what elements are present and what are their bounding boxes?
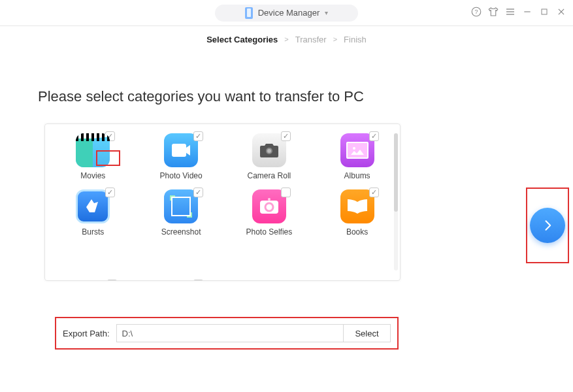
- category-bursts[interactable]: ✓ Bursts: [57, 189, 129, 237]
- shirt-icon[interactable]: [487, 5, 500, 18]
- breadcrumb-step-3: Finish: [344, 35, 367, 44]
- checkbox[interactable]: ✓: [193, 188, 203, 197]
- checkbox[interactable]: ✓: [193, 131, 203, 141]
- scrollbar-thumb[interactable]: [394, 133, 398, 212]
- category-label: Photo Video: [160, 171, 203, 180]
- menu-icon[interactable]: [504, 5, 517, 18]
- svg-point-12: [353, 147, 355, 150]
- category-panel: ✓ Movies ✓ Photo Video ✓ Camera Roll ✓ A…: [44, 123, 401, 281]
- svg-point-11: [267, 149, 271, 153]
- device-selector[interactable]: Device Manager ▾: [215, 5, 359, 22]
- category-label: Books: [346, 227, 368, 237]
- export-path-input[interactable]: [116, 324, 344, 342]
- svg-rect-6: [542, 9, 547, 14]
- export-path-row: Export Path: Select: [55, 317, 399, 350]
- category-camera-roll[interactable]: ✓ Camera Roll: [233, 133, 306, 180]
- window-controls: ?: [470, 5, 568, 18]
- help-icon[interactable]: ?: [470, 5, 483, 18]
- device-label: Device Manager: [258, 8, 320, 18]
- select-path-button[interactable]: Select: [344, 324, 391, 342]
- svg-point-15: [268, 198, 270, 201]
- category-screenshot[interactable]: ✓ Screenshot: [145, 189, 218, 237]
- chevron-down-icon: ▾: [325, 9, 328, 16]
- svg-rect-9: [172, 144, 186, 157]
- next-button[interactable]: [530, 208, 565, 243]
- export-path-label: Export Path:: [63, 329, 110, 338]
- breadcrumb-step-2: Transfer: [295, 35, 327, 44]
- checkbox[interactable]: ✓: [105, 188, 115, 197]
- title-bar: Device Manager ▾ ?: [0, 0, 573, 26]
- checkbox[interactable]: [107, 280, 117, 281]
- page-title: Please select categories you want to tra…: [38, 88, 573, 105]
- breadcrumb: Select Categories > Transfer > Finish: [0, 26, 573, 52]
- checkbox[interactable]: ✓: [369, 131, 379, 141]
- category-label: Movies: [80, 171, 105, 180]
- checkbox[interactable]: ✓: [281, 131, 291, 141]
- phone-icon: [245, 7, 253, 19]
- category-label: Camera Roll: [248, 171, 291, 180]
- category-photo-selfies[interactable]: Photo Selfies: [233, 189, 306, 237]
- category-albums[interactable]: ✓ Albums: [321, 133, 393, 180]
- maximize-button[interactable]: [538, 5, 551, 18]
- category-label: Screenshot: [161, 227, 201, 237]
- chevron-right-icon: [541, 219, 554, 232]
- breadcrumb-step-1: Select Categories: [206, 35, 278, 44]
- category-photo-video[interactable]: ✓ Photo Video: [145, 133, 218, 180]
- checkbox[interactable]: [193, 280, 203, 281]
- category-books[interactable]: ✓ Books: [321, 189, 393, 237]
- checkbox[interactable]: [281, 188, 291, 197]
- chevron-right-icon: >: [284, 35, 288, 43]
- category-label: Photo Selfies: [246, 227, 293, 237]
- checkbox[interactable]: ✓: [369, 188, 379, 197]
- close-button[interactable]: [555, 5, 568, 18]
- category-label: Albums: [344, 171, 370, 180]
- minimize-button[interactable]: [521, 5, 534, 18]
- svg-text:?: ?: [474, 8, 478, 15]
- category-label: Bursts: [82, 227, 104, 237]
- chevron-right-icon: >: [333, 35, 337, 43]
- annotation-highlight: [526, 188, 569, 263]
- annotation-highlight: [96, 150, 120, 166]
